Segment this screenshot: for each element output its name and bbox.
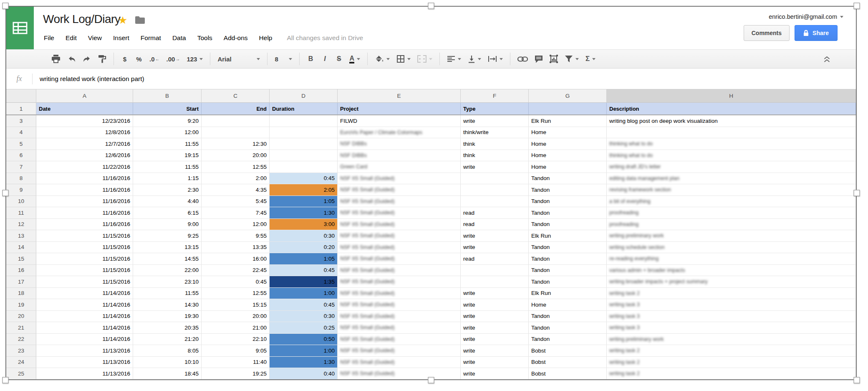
cell-project[interactable]: NSF IIS Small (Guided) (338, 276, 461, 288)
cell-description[interactable]: writing task 2 (607, 345, 856, 357)
cell-location[interactable]: Tandon (529, 311, 607, 322)
row-number[interactable]: 3 (6, 115, 36, 127)
column-header-G[interactable]: G (529, 89, 607, 103)
save-status[interactable]: All changes saved in Drive (287, 34, 363, 42)
cell-location[interactable]: Elk Run (529, 288, 607, 300)
cell-project-header[interactable]: Project (338, 103, 461, 114)
cell-location[interactable]: Tandon (529, 242, 607, 254)
resize-handle-bottom-right[interactable] (854, 377, 860, 383)
font-family-select[interactable]: Arial (214, 52, 263, 66)
column-header-C[interactable]: C (202, 89, 270, 103)
cell-start[interactable]: 23:10 (133, 276, 202, 288)
cell-date[interactable]: 11/14/2016 (36, 288, 133, 300)
cell-type[interactable] (461, 173, 529, 185)
row-number[interactable]: 19 (6, 299, 36, 311)
cell-description[interactable] (607, 127, 856, 139)
cell-start[interactable]: 4:40 (133, 196, 202, 208)
cell-duration[interactable]: 1:35 (270, 276, 338, 288)
cell-type[interactable] (461, 184, 529, 196)
cell-start[interactable]: 14:55 (133, 253, 202, 265)
cell-date[interactable]: 11/16/2016 (36, 184, 133, 196)
cell-description[interactable]: writing preliminary work (607, 230, 856, 242)
menu-insert[interactable]: Insert (113, 34, 129, 41)
cell-location[interactable]: Bobst (529, 357, 607, 368)
cell-duration[interactable]: 1:30 (270, 357, 338, 368)
cell-location[interactable]: Tandon (529, 265, 607, 277)
cell-location[interactable]: Tandon (529, 184, 607, 196)
cell-duration[interactable]: 0:30 (270, 230, 338, 242)
cell-description[interactable]: revising framework section (607, 184, 856, 196)
cell-date[interactable]: 11/16/2016 (36, 219, 133, 231)
column-header-A[interactable]: A (36, 89, 133, 103)
cell-location[interactable]: Tandon (529, 322, 607, 334)
cell-project[interactable]: NSF IIS Small (Guided) (338, 311, 461, 322)
resize-handle-bottom-center[interactable] (428, 377, 434, 383)
cell-date[interactable]: 11/16/2016 (36, 196, 133, 208)
cell-location[interactable]: Home (529, 127, 607, 139)
cell-duration[interactable]: 0:45 (270, 173, 338, 185)
cell-start[interactable]: 2:30 (133, 184, 202, 196)
cell-start[interactable]: 19:30 (133, 311, 202, 322)
cell-type-header[interactable]: Type (461, 103, 529, 114)
cell-date[interactable]: 11/15/2016 (36, 276, 133, 288)
cell-type[interactable] (461, 196, 529, 208)
cell-project[interactable]: NSF IIS Small (Guided) (338, 265, 461, 277)
row-number[interactable]: 18 (6, 288, 36, 300)
cell-type[interactable]: write (461, 368, 529, 379)
cell-description[interactable]: writing schedule section (607, 242, 856, 254)
cell-type[interactable]: read (461, 253, 529, 265)
row-number[interactable]: 16 (6, 265, 36, 277)
resize-handle-top-left[interactable] (3, 3, 9, 9)
cell-project[interactable]: NSF IIS Small (Guided) (338, 242, 461, 254)
cell-end[interactable]: 5:45 (202, 196, 270, 208)
cell-description[interactable]: writing preliminary work (607, 334, 856, 345)
cell-location[interactable]: Tandon (529, 173, 607, 185)
cell-duration[interactable]: 1:05 (270, 196, 338, 208)
cell-end[interactable]: 12:55 (202, 161, 270, 173)
paint-format-button[interactable] (95, 52, 110, 66)
cell-location[interactable]: Elk Run (529, 115, 607, 127)
cell-location[interactable]: Home (529, 150, 607, 162)
cell-duration[interactable]: 0:45 (270, 265, 338, 277)
cell-type[interactable]: read (461, 219, 529, 231)
row-number[interactable]: 4 (6, 127, 36, 139)
cell-date[interactable]: 11/22/2016 (36, 161, 133, 173)
resize-handle-top-center[interactable] (428, 3, 434, 9)
cell-description[interactable]: writing broader impacts + project summar… (607, 276, 856, 288)
cell-start[interactable]: 9:20 (133, 115, 202, 127)
document-title[interactable]: Work Log/Diary (43, 13, 120, 26)
cell-date[interactable]: 12/8/2016 (36, 127, 133, 139)
cell-duration[interactable]: 0:20 (270, 242, 338, 254)
merge-cells-button[interactable] (414, 52, 436, 66)
cell-project[interactable]: NSF IIS Small (Guided) (338, 196, 461, 208)
format-currency-button[interactable]: $ (118, 52, 132, 66)
cell-location[interactable]: Bobst (529, 368, 607, 379)
cell-end[interactable]: 0:45 (202, 276, 270, 288)
cell-project[interactable]: EuroVis Paper / Climate Colormaps (338, 127, 461, 139)
row-number[interactable]: 24 (6, 357, 36, 368)
bold-button[interactable]: B (303, 52, 318, 66)
italic-button[interactable]: I (318, 52, 332, 66)
horizontal-align-button[interactable] (444, 52, 464, 66)
cell-date[interactable]: 12/6/2016 (36, 150, 133, 162)
cell-start-header[interactable]: Start (133, 103, 202, 114)
row-number[interactable]: 11 (6, 207, 36, 219)
sheets-logo-icon[interactable] (6, 7, 34, 49)
cell-date[interactable]: 11/14/2016 (36, 322, 133, 334)
cell-start[interactable]: 20:35 (133, 322, 202, 334)
cell-project[interactable]: NSF DIBBs (338, 138, 461, 150)
cell-date[interactable]: 11/13/2016 (36, 368, 133, 379)
cell-description[interactable]: re-reading everything (607, 253, 856, 265)
cell-duration[interactable]: 1:30 (270, 207, 338, 219)
account-menu[interactable]: enrico.bertini@gmail.com (769, 13, 843, 20)
cell-date[interactable]: 11/13/2016 (36, 357, 133, 368)
row-number[interactable]: 13 (6, 230, 36, 242)
cell-type[interactable]: write (461, 288, 529, 300)
cell-duration[interactable] (270, 115, 338, 127)
cell-type[interactable]: think/write (461, 127, 529, 139)
row-number[interactable]: 12 (6, 219, 36, 231)
cell-type[interactable]: write (461, 242, 529, 254)
row-number[interactable]: 6 (6, 150, 36, 162)
row-number[interactable]: 9 (6, 184, 36, 196)
cell-duration[interactable]: 0:30 (270, 311, 338, 322)
